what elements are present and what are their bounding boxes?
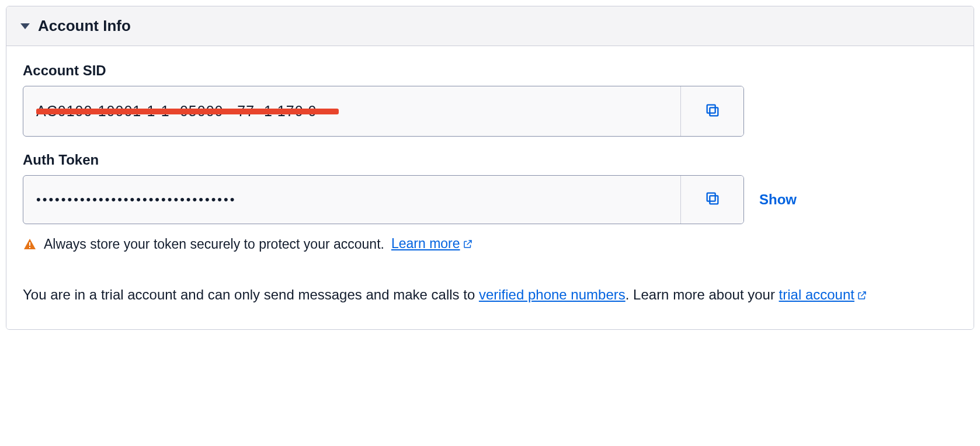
verified-numbers-link[interactable]: verified phone numbers xyxy=(479,287,625,302)
warning-text: Always store your token securely to prot… xyxy=(44,236,384,252)
collapse-toggle-icon[interactable] xyxy=(20,23,30,29)
account-sid-field[interactable] xyxy=(23,86,680,136)
external-link-icon xyxy=(857,283,867,308)
svg-rect-1 xyxy=(707,104,715,113)
trial-note: You are in a trial account and can only … xyxy=(23,282,957,308)
trial-text-middle: . Learn more about your xyxy=(625,287,779,302)
copy-account-sid-button[interactable] xyxy=(680,86,743,136)
account-sid-label: Account SID xyxy=(23,62,957,79)
svg-rect-5 xyxy=(29,247,30,248)
svg-rect-4 xyxy=(29,242,30,246)
svg-rect-2 xyxy=(710,196,718,204)
account-sid-input-group xyxy=(23,86,744,137)
trial-account-link[interactable]: trial account xyxy=(779,287,867,302)
copy-icon xyxy=(704,102,721,121)
auth-token-label: Auth Token xyxy=(23,152,957,168)
panel-body: Account SID Auth Token xyxy=(6,46,974,329)
account-sid-row xyxy=(23,86,957,137)
trial-text-prefix: You are in a trial account and can only … xyxy=(23,287,479,302)
token-warning: Always store your token securely to prot… xyxy=(23,236,957,253)
external-link-icon xyxy=(463,237,473,253)
panel-title: Account Info xyxy=(38,17,131,35)
account-info-panel: Account Info Account SID xyxy=(6,6,974,330)
copy-icon xyxy=(704,190,721,209)
copy-auth-token-button[interactable] xyxy=(680,176,743,224)
panel-header: Account Info xyxy=(6,6,974,46)
auth-token-row: Show xyxy=(23,175,957,224)
warning-icon xyxy=(23,238,37,252)
svg-rect-0 xyxy=(710,107,718,116)
auth-token-input-group xyxy=(23,175,744,224)
svg-rect-3 xyxy=(707,193,715,201)
learn-more-link[interactable]: Learn more xyxy=(391,236,473,253)
show-token-button[interactable]: Show xyxy=(759,191,797,208)
auth-token-field[interactable] xyxy=(23,176,680,224)
